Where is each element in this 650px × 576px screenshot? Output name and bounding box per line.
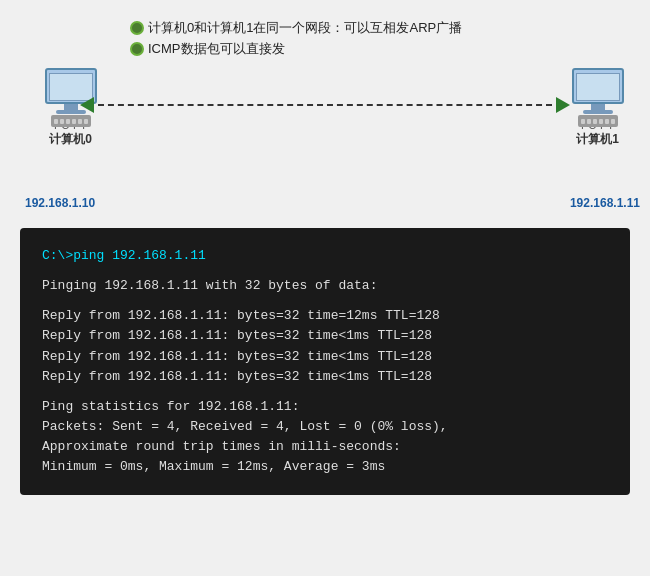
screen-right (576, 73, 620, 101)
terminal-stats-header: Ping statistics for 192.168.1.11: (42, 397, 608, 417)
terminal-cmd-text: C:\>ping 192.168.1.11 (42, 248, 206, 263)
monitor-right (572, 68, 624, 104)
annotation-line2: ICMP数据包可以直接发 (148, 39, 285, 60)
pc-left-name: 计算机0 (28, 131, 113, 148)
terminal-window: C:\>ping 192.168.1.11 Pinging 192.168.1.… (20, 228, 630, 495)
terminal-packets-line: Packets: Sent = 4, Received = 4, Lost = … (42, 417, 608, 437)
dashed-line (98, 104, 552, 106)
terminal-reply-1: Reply from 192.168.1.11: bytes=32 time<1… (42, 326, 608, 346)
terminal-reply-2: Reply from 192.168.1.11: bytes=32 time<1… (42, 347, 608, 367)
terminal-cmd-line: C:\>ping 192.168.1.11 (42, 246, 608, 266)
annotation-block: 计算机0和计算机1在同一个网段：可以互相发ARP广播 ICMP数据包可以直接发 (130, 18, 462, 60)
terminal-reply-3: Reply from 192.168.1.11: bytes=32 time<1… (42, 367, 608, 387)
pc-right-icon (568, 68, 628, 116)
annotation-line1: 计算机0和计算机1在同一个网段：可以互相发ARP广播 (148, 18, 462, 39)
terminal-reply-0: Reply from 192.168.1.11: bytes=32 time=1… (42, 306, 608, 326)
terminal-approx-line: Approximate round trip times in milli-se… (42, 437, 608, 457)
arrow-left-icon (80, 97, 94, 113)
keyboard-right (578, 115, 618, 127)
network-connection (80, 95, 570, 115)
keyboard-left (51, 115, 91, 127)
terminal-minmax-line: Minimum = 0ms, Maximum = 12ms, Average =… (42, 457, 608, 477)
pc-right: PC-PT 计算机1 (555, 68, 640, 148)
green-dot-icon (130, 21, 144, 35)
base-right (583, 110, 613, 114)
terminal-pinging-line: Pinging 192.168.1.11 with 32 bytes of da… (42, 276, 608, 296)
green-dot-icon-2 (130, 42, 144, 56)
network-diagram: 计算机0和计算机1在同一个网段：可以互相发ARP广播 ICMP数据包可以直接发 … (0, 0, 650, 220)
pc-right-name: 计算机1 (555, 131, 640, 148)
ip-left-label: 192.168.1.10 (25, 196, 95, 210)
ip-right-label: 192.168.1.11 (570, 196, 640, 210)
